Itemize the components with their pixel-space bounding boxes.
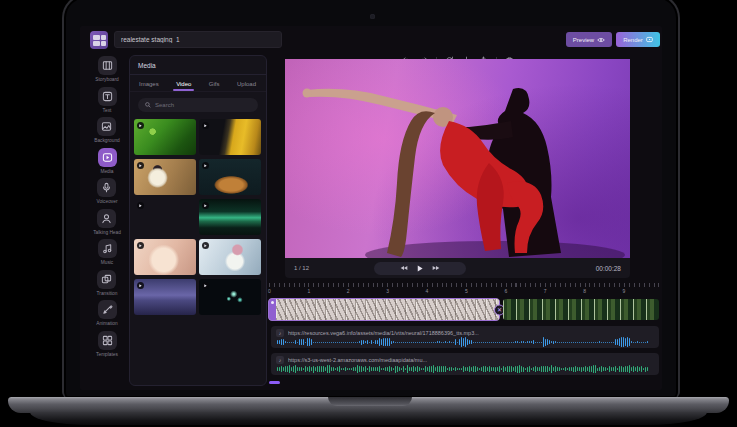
sidebar-item-music[interactable]: Music — [98, 239, 117, 265]
talking-head-icon — [97, 209, 116, 228]
video-clip-forest[interactable] — [503, 299, 659, 320]
media-tabs: ImagesVideoGifsUpload — [130, 75, 266, 92]
sidebar-item-label: Templates — [96, 352, 118, 357]
sidebar-item-transition[interactable]: Transition — [97, 270, 118, 296]
sidebar-item-media[interactable]: Media — [98, 148, 117, 174]
video-track: ✕ — [268, 298, 659, 321]
media-thumbnail-grid — [130, 117, 266, 317]
audio-url: https://resources.vega6.info/assets/medi… — [288, 330, 653, 336]
thumbnail-woman-portrait[interactable] — [134, 159, 196, 195]
storyboard-icon — [98, 56, 117, 75]
audio-track-music[interactable]: ♪ https://s3-us-west-2.amazonaws.com/med… — [271, 353, 659, 375]
thumbnail-aurora[interactable] — [199, 199, 261, 235]
audio-url: https://s3-us-west-2.amazonaws.com/media… — [288, 357, 653, 363]
ruler-number: 7 — [544, 288, 547, 294]
search-input[interactable] — [155, 102, 245, 108]
next-frame-button[interactable] — [432, 265, 440, 271]
sidebar-item-label: Transition — [97, 291, 118, 296]
play-badge-icon — [202, 122, 209, 129]
pin-icon — [271, 301, 274, 304]
background-icon — [97, 117, 116, 136]
thumbnail-fireworks[interactable] — [199, 279, 261, 315]
app-logo — [90, 31, 108, 49]
ruler-number: 8 — [583, 288, 586, 294]
audio-track-tts[interactable]: ♪ https://resources.vega6.info/assets/me… — [271, 326, 659, 348]
video-clip-selected[interactable]: ✕ — [268, 298, 500, 321]
laptop-base — [8, 397, 729, 413]
scene-counter: 1 / 12 — [294, 265, 309, 271]
media-panel-title: Media — [138, 62, 156, 69]
thumbnail-night-lake[interactable] — [134, 279, 196, 315]
media-icon — [98, 148, 117, 167]
sidebar-item-label: Background — [94, 138, 120, 143]
media-panel-header: Media — [130, 56, 266, 75]
render-icon — [646, 36, 653, 43]
play-badge-icon — [137, 162, 144, 169]
thumbnail-yellow-train[interactable] — [199, 119, 261, 155]
thumbnail-blossom-woman[interactable] — [199, 239, 261, 275]
app-screen: Preview Render Storyboard Text — [80, 26, 662, 390]
preview-control-bar: 1 / 12 00:00:28 — [285, 258, 630, 278]
tab-upload[interactable]: Upload — [237, 76, 256, 91]
sidebar-item-animation[interactable]: Animation — [96, 300, 117, 326]
search-box[interactable] — [138, 98, 258, 112]
sidebar-item-label: Media — [100, 169, 113, 174]
transition-icon — [97, 270, 116, 289]
tab-gifs[interactable]: Gifs — [209, 76, 220, 91]
play-badge-icon — [202, 282, 209, 289]
music-note-icon: ♪ — [276, 356, 284, 364]
thumbnail-baby[interactable] — [134, 239, 196, 275]
voiceover-icon — [97, 178, 116, 197]
play-badge-icon — [137, 282, 144, 289]
sidebar-item-storyboard[interactable]: Storyboard — [95, 56, 118, 82]
ruler-number: 4 — [426, 288, 429, 294]
ruler-number: 3 — [386, 288, 389, 294]
animation-icon — [98, 300, 117, 319]
video-preview-stage[interactable] — [285, 59, 630, 258]
ruler-number: 0 — [268, 288, 271, 294]
ruler-number: 2 — [347, 288, 350, 294]
ruler-number: 5 — [465, 288, 468, 294]
previous-frame-button[interactable] — [400, 265, 408, 271]
sidebar-item-background[interactable]: Background — [94, 117, 120, 143]
render-button[interactable]: Render — [616, 32, 660, 47]
tab-video[interactable]: Video — [176, 76, 191, 91]
music-icon — [98, 239, 117, 258]
sidebar-item-text[interactable]: Text — [98, 87, 117, 113]
sidebar-item-label: Text — [103, 108, 112, 113]
sidebar-item-label: Talking Head — [93, 230, 121, 235]
clip-trim-handle[interactable] — [269, 299, 276, 320]
webcam-dot — [370, 14, 375, 19]
render-button-label: Render — [623, 37, 643, 43]
preview-button[interactable]: Preview — [566, 32, 612, 47]
play-badge-icon — [202, 242, 209, 249]
thumbnail-pancakes[interactable] — [199, 159, 261, 195]
sidebar-item-label: Animation — [96, 321, 117, 326]
sidebar-item-voiceover[interactable]: Voiceover — [96, 178, 117, 204]
preview-button-label: Preview — [573, 37, 594, 43]
tab-images[interactable]: Images — [139, 76, 159, 91]
play-badge-icon — [137, 242, 144, 249]
sidebar-rail: Storyboard Text Background Media Voiceov… — [84, 56, 130, 357]
sidebar-item-label: Music — [101, 260, 114, 265]
thumbnail-leaf-macro[interactable] — [134, 119, 196, 155]
timeline-scrollbar[interactable] — [269, 381, 280, 384]
laptop-base-foot — [30, 412, 707, 425]
play-badge-icon — [202, 202, 209, 209]
play-button[interactable] — [417, 265, 423, 272]
play-badge-icon — [202, 162, 209, 169]
sidebar-item-templates[interactable]: Templates — [96, 331, 118, 357]
search-icon — [145, 102, 151, 108]
timeline-ruler[interactable]: 0123456789 — [269, 283, 659, 296]
templates-icon — [98, 331, 117, 350]
text-icon — [98, 87, 117, 106]
waveform-music — [277, 364, 655, 374]
ruler-number: 1 — [307, 288, 310, 294]
play-badge-icon — [137, 122, 144, 129]
dancers-artwork — [285, 59, 630, 258]
thumbnail-child-winter[interactable] — [134, 199, 196, 235]
laptop-lid: Preview Render Storyboard Text — [62, 0, 680, 398]
sidebar-item-talking-head[interactable]: Talking Head — [93, 209, 121, 235]
laptop-mockup: Preview Render Storyboard Text — [0, 0, 737, 427]
project-title-input[interactable] — [114, 31, 282, 48]
